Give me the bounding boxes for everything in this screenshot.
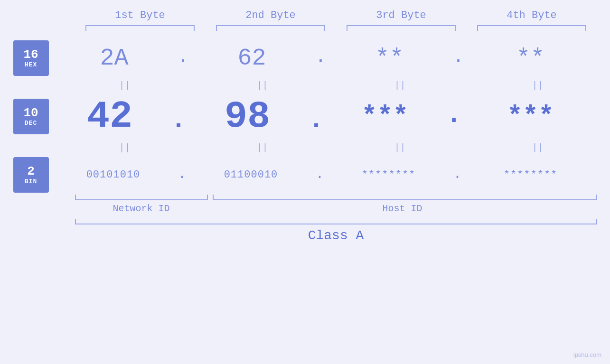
dec-dot3: . [446, 100, 461, 133]
hex-cell-b2: 62 . [187, 45, 324, 72]
byte1-header: 1st Byte [83, 9, 197, 21]
byte4-top-bracket [477, 25, 586, 31]
sep1-b3: || [331, 76, 469, 95]
dec-cell-b4: *** [462, 102, 600, 131]
bin-cell-b2: 01100010 . [187, 166, 324, 184]
dec-dot2: . [308, 105, 324, 138]
bin-badge: 2 BIN [13, 157, 49, 193]
hex-cell-b4: ** [462, 45, 600, 72]
sep2-b3: || [331, 138, 469, 157]
hex-badge: 16 HEX [13, 40, 49, 76]
byte4-header: 4th Byte [475, 9, 589, 21]
hex-base-num: 16 [23, 48, 38, 62]
host-id-label: Host ID [208, 203, 597, 214]
bin-cell-b1: 00101010 . [49, 166, 187, 184]
sep1-b2: || [194, 76, 331, 95]
dec-base-num: 10 [23, 106, 38, 120]
dec-cell-b1: 42 . [49, 95, 187, 138]
bin-base-num: 2 [27, 165, 35, 178]
sep1-b4: || [469, 76, 607, 95]
bin-dot3: . [453, 166, 461, 184]
sep2-b1: || [56, 138, 194, 157]
bin-dot1: . [178, 166, 186, 184]
byte2-header: 2nd Byte [214, 9, 328, 21]
sep2-b4: || [469, 138, 607, 157]
dec-badge: 10 DEC [13, 99, 49, 134]
class-label: Class A [75, 228, 597, 243]
sep2-b2: || [194, 138, 331, 157]
dec-dot1: . [170, 105, 186, 138]
byte3-header: 3rd Byte [344, 9, 458, 21]
bin-base-name: BIN [25, 178, 37, 185]
dec-base-name: DEC [25, 120, 37, 127]
byte1-top-bracket [85, 25, 195, 31]
hex-cell-b3: ** . [324, 45, 462, 72]
byte3-top-bracket [347, 25, 456, 31]
hex-base-name: HEX [25, 61, 37, 68]
watermark: ipshu.com [573, 351, 601, 358]
bin-cell-b3: ******** . [324, 166, 462, 184]
byte2-top-bracket [216, 25, 325, 31]
network-id-bracket [75, 195, 208, 200]
bin-dot2: . [315, 166, 324, 184]
bin-cell-b4: ******** [462, 169, 600, 181]
network-id-label: Network ID [75, 203, 208, 214]
dec-cell-b2: 98 . [187, 95, 324, 138]
dec-cell-b3: *** . [324, 100, 462, 133]
hex-cell-b1: 2A . [49, 45, 187, 72]
sep1-b1: || [56, 76, 194, 95]
class-bracket [75, 219, 597, 224]
host-id-bracket [213, 195, 597, 200]
